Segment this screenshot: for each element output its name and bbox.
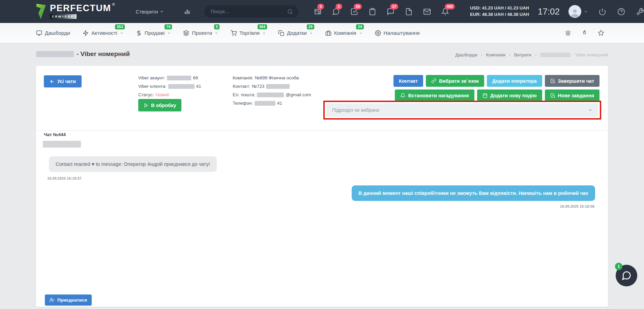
logo-mark-icon [35,4,47,19]
chevron-down-icon [262,31,266,35]
breadcrumb-company[interactable]: Компанія [486,52,505,57]
flame-icon [581,30,588,36]
nav-item-trade[interactable]: Торгівля 364 [231,30,266,36]
breadcrumb-current-text: - Viber номерний [573,52,608,57]
highlight-red-box: Підрозділ не вибрано [323,101,601,120]
nav-badge: 74 [165,24,172,29]
chat-message-incoming: Contact reacted ♥ to message: Оператор А… [49,156,217,172]
chat-message-outgoing: В данний момент наші співробітники не зм… [352,185,595,201]
nav-label: Дашборди [45,30,70,36]
join-chat-button[interactable]: Приєднатися [45,294,92,306]
page-title: - Viber номерний [36,50,130,58]
chats-button[interactable]: 1 [332,8,340,16]
nav-label: Торгівля [239,30,260,36]
nav-label: Проекти [192,30,212,36]
link-icon [431,78,436,83]
search-input[interactable] [210,8,285,15]
nav-item-dashboards[interactable]: Дашборди [36,30,70,36]
brand-name: PERFECTUM [50,4,111,13]
monitor-icon [36,30,42,36]
nav-label: Продажі [145,30,165,36]
documents-button[interactable] [405,8,413,16]
header-notification-icons: 3 1 26 17 [314,8,449,16]
chat-number: Чат №444 [44,132,66,137]
redacted-viber-account [167,76,191,80]
tasks-button[interactable]: 26 [350,8,358,16]
process-button[interactable]: В обробку [138,99,181,111]
redacted-phone [255,101,275,106]
pick-relation-button[interactable]: Вибрати зв´язок [426,75,484,87]
layers-icon [183,30,189,36]
user-plus-icon [50,298,55,303]
department-select-placeholder: Підрозділ не вибрано [332,107,379,113]
mail-button[interactable] [423,8,431,16]
help-button[interactable] [617,8,625,16]
breadcrumb-expenses[interactable]: Витрати [514,52,531,57]
nav-item-projects[interactable]: Проекти 5 [183,30,218,36]
status-label: Статус: [138,92,154,97]
nav-badge: 553 [115,24,124,29]
contact-button[interactable]: Контакт [393,75,423,87]
comments-button[interactable]: 17 [387,8,394,16]
chat-card: Усі чати Viber акаунт: 69 Viber клієнта:… [36,66,608,307]
billing-button[interactable]: 3 [314,8,322,16]
dollar-icon [136,30,142,36]
support-chat-widget[interactable]: 1 [616,265,637,286]
add-operator-button[interactable]: Додати оператора [487,75,542,87]
bell-icon [400,93,405,98]
nav-item-sales[interactable]: Продажі 74 [136,30,171,36]
notification-badge: 492 [445,4,455,9]
process-label: В обробку [151,103,176,108]
finish-chat-button[interactable]: Завершити чат [545,75,599,87]
nav-label: Додатки [287,30,307,36]
email-label: Ел. пошта: [233,92,255,97]
contact-label: Контакт: [233,84,250,89]
viber-client-label: Viber клієнта: [138,84,167,89]
new-task-button[interactable]: Нове завдання [545,89,599,101]
nav-item-settings[interactable]: Налаштування [375,30,420,36]
nav-badge: 5 [214,24,219,29]
favorites-button[interactable] [598,30,604,36]
breadcrumb-separator: › [509,53,510,57]
contact-button-label: Контакт [399,78,418,84]
chevron-down-icon [310,31,313,35]
wrench-icon [636,8,644,16]
statistics-button[interactable] [183,8,191,15]
chat-bubble-icon [621,271,632,281]
all-chats-label: Усі чати [57,79,76,84]
add-event-button[interactable]: Додати нову подію [477,89,542,101]
clipboard-button[interactable] [369,8,376,16]
redacted-title-name [36,51,74,57]
redacted-client-name [43,141,81,148]
logout-button[interactable] [598,8,606,16]
company-label: Компанія: [233,75,253,80]
copy-icon [278,30,284,36]
tools-button[interactable] [636,8,644,16]
calendar-icon [482,93,488,98]
bar-chart-icon [183,8,191,15]
chevron-down-icon [584,10,588,14]
system-icons [598,8,644,16]
play-icon [144,103,148,108]
department-select[interactable]: Підрозділ не вибрано [326,103,598,117]
create-dropdown[interactable]: Створити [136,9,164,15]
hot-button[interactable] [581,30,588,36]
notifications-button[interactable]: 492 [441,8,449,16]
nav-item-activities[interactable]: Активності 553 [83,30,123,36]
mail-icon [423,8,431,16]
all-chats-button[interactable]: Усі чати [44,75,82,87]
file-icon [405,8,413,16]
set-reminder-button[interactable]: Встановити нагадування [395,89,474,101]
perfectum-logo[interactable]: PERFECTUM ® CRM+ERP [35,4,115,19]
nav-item-addons[interactable]: Додатки 29 [278,30,313,36]
nav-badge: 364 [258,24,267,29]
nav-item-company[interactable]: Компанія 24 [325,30,362,36]
redacted-contact [266,84,290,89]
briefcase-icon [325,30,331,36]
stack-button[interactable] [565,30,571,36]
widget-badge: 1 [615,263,622,270]
breadcrumb-dashboards[interactable]: Дашборди [455,52,477,57]
chevron-down-icon [359,31,362,35]
top-header: PERFECTUM ® CRM+ERP Створити 3 [0,0,644,23]
user-menu[interactable] [568,5,588,18]
